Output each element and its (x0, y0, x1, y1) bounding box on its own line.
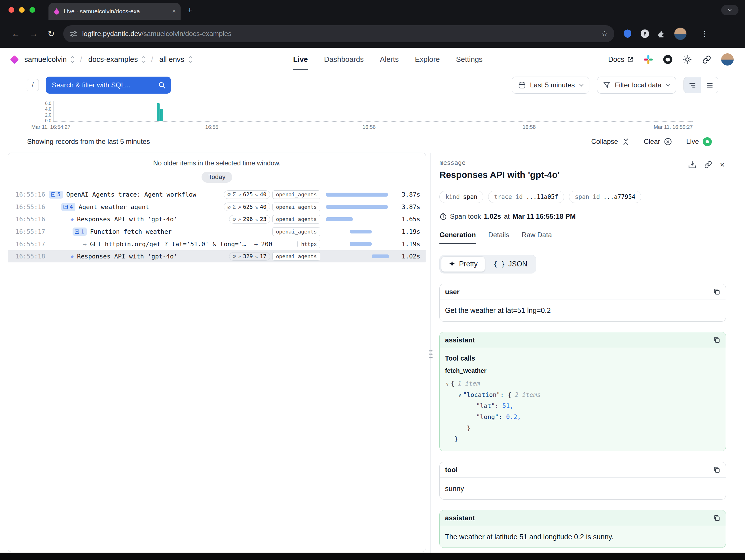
close-window-button[interactable] (8, 7, 14, 13)
collapse-badge[interactable]: −5 (49, 191, 63, 198)
caret-down-icon[interactable]: ∨ (446, 381, 449, 387)
trace-row[interactable]: 16:55:16 −5 OpenAI Agents trace: Agent w… (8, 188, 426, 201)
reload-button[interactable]: ↻ (43, 29, 60, 39)
message-role: assistant (445, 514, 475, 522)
browser-tab[interactable]: Live · samuelcolvin/docs-exa × (48, 3, 181, 20)
search-input[interactable] (46, 76, 171, 94)
user-avatar[interactable] (721, 53, 734, 66)
minimize-window-button[interactable] (19, 7, 25, 13)
tab-details[interactable]: Details (488, 231, 509, 244)
filter-local-data-dropdown[interactable]: Filter local data (597, 76, 676, 94)
bookmark-star-icon[interactable]: ☆ (601, 30, 608, 38)
caret-down-icon[interactable]: ∨ (458, 392, 461, 398)
tab-generation[interactable]: Generation (440, 231, 476, 244)
site-info-icon[interactable] (70, 30, 77, 38)
collapse-button[interactable]: Collapse (591, 137, 629, 146)
http-status-code: 200 (261, 241, 272, 248)
theme-sun-icon[interactable] (683, 55, 692, 64)
scope-tag[interactable]: openai_agents (272, 215, 321, 223)
share-link-icon[interactable] (702, 55, 711, 64)
json-label: JSON (508, 260, 527, 268)
resize-grip-icon[interactable] (428, 349, 434, 360)
pretty-toggle-button[interactable]: Pretty (441, 256, 485, 272)
collapse-badge[interactable]: −4 (61, 203, 75, 211)
tab-raw-data[interactable]: Raw Data (522, 231, 552, 244)
x-tick: Mar 11. 16:54:27 (31, 124, 71, 130)
breadcrumb-env[interactable]: all envs (159, 55, 184, 64)
timeline-chart: 6.0 4.0 2.0 0.0 Mar 11. 16:54:27 16:55 1… (0, 99, 745, 133)
nav-explore[interactable]: Explore (415, 48, 440, 71)
message-role: tool (445, 466, 458, 474)
archive-icon[interactable] (688, 160, 697, 169)
address-bar[interactable]: logfire.pydantic.dev/samuelcolvin/docs-e… (63, 25, 614, 42)
breadcrumb-project[interactable]: docs-examples (88, 55, 138, 64)
password-manager-extension-icon[interactable] (640, 29, 650, 39)
http-request-arrow-icon: → (83, 241, 87, 248)
json-key: "lat": (476, 402, 499, 409)
copy-icon[interactable] (713, 288, 720, 295)
browser-profile-avatar[interactable] (674, 28, 687, 40)
close-panel-icon[interactable]: × (720, 161, 724, 169)
duration-bar-track (326, 254, 397, 258)
at-text: at (504, 213, 510, 220)
slack-icon[interactable] (644, 55, 653, 64)
span-title: Agent weather agent (78, 204, 149, 211)
sort-chevrons-icon[interactable] (189, 57, 191, 63)
trace-row[interactable]: 16:55:16 ◆ Responses API with 'gpt-4o' ∅… (8, 213, 426, 225)
adblock-shield-extension-icon[interactable] (623, 29, 633, 39)
tokens-out-arrow-icon: ↘ (255, 204, 258, 210)
breadcrumb-separator: / (80, 55, 82, 64)
back-button[interactable]: ← (6, 29, 25, 39)
view-toggle (683, 77, 718, 94)
scope-tag[interactable]: openai_agents (272, 227, 321, 236)
clear-button[interactable]: Clear (644, 137, 672, 146)
x-tick: 16:55 (205, 124, 218, 130)
copy-link-icon[interactable] (704, 161, 712, 168)
trace-row-selected[interactable]: 16:55:18 ◆ Responses API with 'gpt-4o' ∅… (8, 250, 426, 263)
json-toggle-button[interactable]: { } JSON (486, 256, 535, 272)
detail-tabs: Generation Details Raw Data (440, 231, 726, 244)
tab-list-button[interactable] (721, 5, 738, 15)
collapse-badge[interactable]: −1 (72, 227, 87, 236)
list-view-button[interactable] (701, 77, 718, 93)
forward-button[interactable]: → (25, 29, 43, 39)
sort-chevrons-icon[interactable] (71, 57, 74, 63)
trace-row[interactable]: 16:55:16 −4 Agent weather agent ∅Σ↗625↘4… (8, 201, 426, 213)
sort-chevrons-icon[interactable] (142, 57, 145, 63)
screen: Live · samuelcolvin/docs-exa × + ← → ↻ l… (0, 0, 745, 560)
scope-tag[interactable]: openai_agents (272, 190, 321, 199)
nav-alerts[interactable]: Alerts (380, 48, 398, 71)
row-timestamp: 16:55:17 (15, 228, 45, 235)
scope-tag[interactable]: httpx (297, 240, 320, 248)
zoom-window-button[interactable] (30, 7, 35, 13)
scope-tag[interactable]: openai_agents (272, 252, 321, 261)
browser-menu-icon[interactable]: ⋮ (701, 29, 708, 38)
tool-name: fetch_weather (445, 367, 721, 374)
live-toggle[interactable]: Live (686, 137, 712, 146)
chevron-down-icon (666, 83, 670, 87)
github-icon[interactable] (663, 55, 673, 64)
panel-resize-gutter[interactable] (426, 150, 436, 553)
timeline-bar (157, 103, 160, 121)
nav-live[interactable]: Live (293, 48, 308, 71)
breadcrumb-org[interactable]: samuelcolvin (24, 55, 67, 64)
message-card-tool: tool sunny (440, 462, 726, 500)
trace-row[interactable]: 16:55:17 → GET httpbin.org/get ? lat='51… (8, 238, 426, 250)
scope-tag[interactable]: openai_agents (272, 203, 321, 211)
tab-close-icon[interactable]: × (172, 8, 176, 15)
copy-icon[interactable] (713, 466, 720, 473)
extensions-puzzle-icon[interactable] (657, 29, 667, 39)
copy-icon[interactable] (713, 515, 720, 522)
search-icon (158, 82, 166, 89)
trace-id-badge[interactable]: trace_id...11a05f (488, 191, 564, 203)
docs-link[interactable]: Docs (608, 55, 634, 64)
span-id-badge[interactable]: span_id...a77954 (569, 191, 642, 203)
url-domain: logfire.pydantic.dev (82, 30, 141, 37)
nav-dashboards[interactable]: Dashboards (324, 48, 364, 71)
new-tab-button[interactable]: + (187, 5, 193, 15)
tree-view-button[interactable] (684, 77, 701, 93)
copy-icon[interactable] (713, 337, 720, 344)
trace-row[interactable]: 16:55:17 −1 Function fetch_weather opena… (8, 225, 426, 238)
time-range-dropdown[interactable]: Last 5 minutes (512, 76, 589, 94)
nav-settings[interactable]: Settings (456, 48, 483, 71)
